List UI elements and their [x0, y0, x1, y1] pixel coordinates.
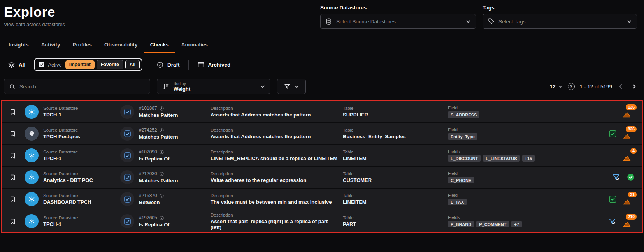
chevron-down-icon — [465, 19, 471, 24]
anomaly-count-badge[interactable]: 136 — [623, 106, 635, 118]
filter-draft-label: Draft — [167, 62, 180, 68]
fields-cell: Field C_PHONE — [448, 171, 572, 183]
filter-archived[interactable]: Archived — [197, 61, 231, 69]
info-icon[interactable] — [159, 171, 164, 176]
snowflake-icon — [25, 214, 39, 228]
table-name: LINEITEM — [343, 155, 445, 161]
info-icon[interactable] — [159, 150, 164, 155]
bookmark-icon[interactable] — [9, 108, 18, 116]
tags-select[interactable]: Select Tags — [483, 14, 637, 29]
table-cell: Table Business_Entity_Samples — [343, 128, 445, 139]
info-icon[interactable] — [159, 128, 164, 133]
bookmark-icon[interactable] — [9, 196, 18, 203]
table-name: Business_Entity_Samples — [343, 134, 445, 139]
explore-page: Explore View data across datastores Sour… — [0, 0, 644, 252]
description-cell: Description The value must be between mi… — [211, 193, 340, 205]
table-row[interactable]: Source Datastore TPCH-1 #192605 Is Repli… — [2, 210, 642, 232]
filter-draft[interactable]: Draft — [156, 61, 180, 69]
tags-filter: Tags Select Tags — [483, 5, 637, 29]
green-check-square-icon[interactable] — [609, 130, 617, 138]
info-icon[interactable] — [159, 215, 164, 220]
next-page-button[interactable] — [630, 83, 638, 90]
table-label: Table — [343, 106, 445, 111]
green-check-square-icon[interactable] — [609, 195, 617, 203]
tags-placeholder: Select Tags — [498, 19, 526, 25]
field-tag: S_ADDRESS — [448, 111, 479, 118]
page-size-value: 12 — [550, 84, 556, 90]
anomaly-count: 136 — [625, 104, 637, 111]
sort-value-display: Sort by Weight — [174, 81, 190, 92]
sort-select[interactable]: Sort by Weight — [157, 79, 270, 94]
datastore-cell: Source Datastore Analytics - DBT POC — [43, 171, 116, 183]
filter-menu-button[interactable] — [277, 79, 306, 94]
tab-insights[interactable]: Insights — [2, 37, 35, 53]
datastore-label: Source Datastore — [43, 128, 116, 132]
table-row[interactable]: Source Datastore Analytics - DBT POC #21… — [2, 167, 642, 189]
green-check-circle-icon[interactable] — [626, 173, 635, 182]
tab-activity[interactable]: Activity — [35, 37, 67, 53]
datastore-label: Source Datastore — [43, 106, 116, 111]
fields-cell: Fields P_BRAND P_COMMENT +7 — [448, 215, 572, 227]
filter-active[interactable]: Active — [37, 61, 63, 68]
table-row[interactable]: Source Datastore TPCH-1 #102090 Is Repli… — [2, 145, 642, 167]
tab-observability[interactable]: Observability — [98, 37, 144, 53]
datastore-label: Source Datastore — [43, 215, 116, 220]
check-square-icon — [120, 148, 134, 162]
check-square-icon — [120, 170, 134, 184]
bookmark-icon[interactable] — [9, 218, 18, 225]
info-icon[interactable] — [159, 193, 164, 198]
anomaly-count: 31 — [627, 191, 637, 198]
check-id: #215870 — [139, 193, 157, 198]
tab-profiles[interactable]: Profiles — [67, 37, 98, 53]
tab-checks[interactable]: Checks — [144, 37, 175, 53]
anomaly-count-badge[interactable]: 31 — [623, 193, 635, 205]
filter-favorite[interactable]: Favorite — [97, 60, 123, 69]
chevron-down-icon — [294, 85, 299, 89]
filter-check-icon[interactable] — [612, 173, 621, 182]
help-icon[interactable]: ? — [568, 83, 575, 90]
check-cell: #101887 Matches Pattern — [139, 106, 207, 118]
row-status-icons: 4 — [623, 150, 637, 161]
table-row[interactable]: Source Datastore TPCH Postgres #274252 M… — [2, 123, 642, 145]
check-square-icon — [120, 105, 134, 119]
filter-important[interactable]: Important — [65, 60, 95, 69]
table-cell: Table LINEITEM — [343, 150, 445, 161]
bookmark-icon[interactable] — [9, 174, 18, 181]
field-tag: P_COMMENT — [476, 221, 509, 227]
description-label: Description — [211, 193, 340, 198]
check-square-icon — [120, 214, 134, 228]
description-text: Asserts that Address matches the pattern — [211, 134, 340, 139]
check-type: Between — [139, 199, 207, 205]
search-input[interactable] — [19, 84, 145, 90]
table-row[interactable]: Source Datastore DASHBOARD TPCH #215870 … — [2, 189, 642, 210]
bookmark-icon[interactable] — [9, 152, 18, 159]
anomaly-count: 826 — [625, 125, 637, 133]
anomaly-count-badge[interactable]: 4 — [623, 150, 635, 161]
anomaly-icon — [623, 132, 631, 139]
table-row[interactable]: Source Datastore TPCH-1 #101887 Matches … — [2, 101, 642, 123]
filter-check-icon[interactable] — [608, 217, 617, 226]
anomaly-count-badge[interactable]: 826 — [623, 128, 635, 139]
previous-page-button[interactable] — [617, 83, 625, 90]
page-size-select[interactable]: 12 — [550, 84, 563, 90]
source-datastores-select[interactable]: Select Source Datastores — [320, 14, 476, 29]
chevron-down-icon — [626, 19, 632, 24]
description-cell: Description LINEITEM_REPLICA should be a… — [211, 150, 340, 161]
table-name: LINEITEM — [343, 199, 445, 205]
description-label: Description — [211, 128, 340, 132]
tab-anomalies[interactable]: Anomalies — [175, 37, 214, 53]
field-more-tag[interactable]: +15 — [522, 155, 535, 162]
anomaly-icon — [623, 110, 631, 118]
check-id: #192605 — [139, 215, 157, 220]
filter-segment-all[interactable]: All — [125, 60, 140, 69]
tab-bar: Insights Activity Profiles Observability… — [0, 37, 644, 53]
filter-all[interactable]: All — [8, 61, 25, 69]
anomaly-count-badge[interactable]: 210 — [623, 215, 635, 227]
table-label: Table — [343, 128, 445, 132]
anomaly-count: 4 — [630, 147, 637, 155]
bookmark-icon[interactable] — [9, 130, 18, 137]
info-icon[interactable] — [159, 106, 164, 111]
field-more-tag[interactable]: +7 — [511, 221, 522, 227]
datastore-name: Analytics - DBT POC — [43, 177, 116, 183]
source-datastores-label: Source Datastores — [320, 5, 476, 11]
